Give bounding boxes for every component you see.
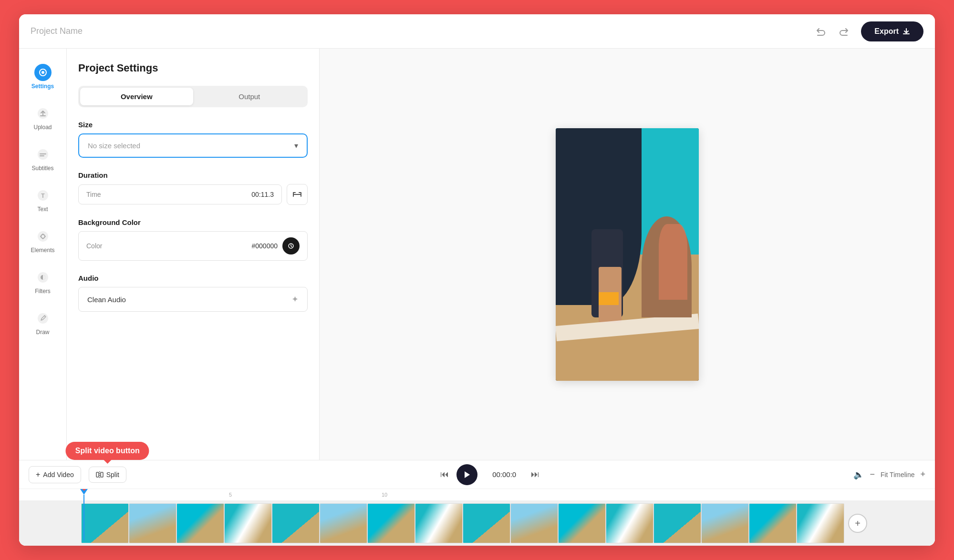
sidebar-item-subtitles[interactable]: Subtitles [24, 140, 62, 177]
split-button[interactable]: Split [89, 467, 126, 483]
size-placeholder: No size selected [88, 142, 140, 150]
thumb-4 [224, 503, 272, 543]
add-video-label: Add Video [43, 471, 73, 479]
project-name: Project Name [31, 26, 804, 36]
duration-field-label: Time [86, 191, 101, 198]
playhead-marker[interactable]: Playhead [80, 489, 88, 540]
expand-duration-button[interactable] [287, 184, 308, 205]
filters-label: Filters [35, 288, 51, 295]
surf-scene [556, 128, 699, 381]
subtitles-label: Subtitles [31, 165, 53, 172]
play-icon [464, 471, 470, 479]
video-preview [556, 128, 699, 381]
color-field: Color #000000 [78, 231, 308, 261]
export-button[interactable]: Export [861, 21, 923, 41]
audio-section: Audio Clean Audio ✦ [78, 274, 308, 312]
app-frame: Project Name Export [19, 14, 935, 546]
thumb-7 [367, 503, 415, 543]
play-button[interactable] [456, 464, 477, 485]
time-ruler: 5 10 [19, 489, 935, 500]
upload-label: Upload [33, 124, 52, 131]
undo-button[interactable] [811, 22, 830, 41]
draw-icon [34, 310, 52, 327]
thumb-9 [463, 503, 510, 543]
timeline-controls: + Add Video Split video button Split ⏮ [19, 460, 935, 489]
thumb-8 [415, 503, 463, 543]
tab-output[interactable]: Output [193, 88, 306, 105]
export-label: Export [874, 27, 899, 36]
duration-section: Duration Time 00:11.3 [78, 171, 308, 205]
duration-value: 00:11.3 [251, 191, 274, 198]
playback-controls: ⏮ 00:00:0 ⏭ [134, 464, 846, 485]
draw-label: Draw [36, 329, 49, 336]
sidebar: Settings Upload [19, 49, 67, 460]
filters-icon [34, 269, 52, 286]
bottom-bar: + Add Video Split video button Split ⏮ [19, 460, 935, 546]
split-btn-wrapper: Split video button Split [89, 467, 126, 483]
tick-5: 5 [229, 492, 232, 498]
svg-rect-4 [40, 153, 46, 154]
thumb-11 [558, 503, 606, 543]
audio-field[interactable]: Clean Audio ✦ [78, 287, 308, 312]
sparkle-icon: ✦ [291, 294, 299, 305]
timeline-track: Playhead 5 10 [19, 489, 935, 546]
timeline-right: 🔈 − Fit Timeline + [853, 469, 925, 480]
undo-redo-group [811, 22, 853, 41]
text-icon: T [34, 187, 52, 204]
thumbnails-strip: + [19, 500, 935, 546]
zoom-out-button[interactable]: − [870, 469, 875, 479]
color-value-row: #000000 [251, 237, 300, 255]
size-dropdown[interactable]: No size selected ▾ [78, 133, 308, 158]
sidebar-item-settings[interactable]: Settings [24, 58, 62, 95]
color-picker-button[interactable] [282, 237, 300, 255]
subtitles-icon [34, 146, 52, 163]
thumb-6 [320, 503, 367, 543]
audio-label: Audio [78, 274, 308, 282]
add-video-button[interactable]: + Add Video [29, 466, 81, 483]
sidebar-item-upload[interactable]: Upload [24, 99, 62, 136]
main-area: Settings Upload [19, 49, 935, 460]
chevron-down-icon: ▾ [294, 141, 298, 150]
panel-title: Project Settings [78, 62, 308, 74]
thumb-10 [510, 503, 558, 543]
svg-rect-14 [96, 472, 99, 477]
rewind-button[interactable]: ⏮ [440, 469, 449, 479]
sidebar-item-draw[interactable]: Draw [24, 304, 62, 341]
fast-forward-button[interactable]: ⏭ [531, 469, 539, 479]
tab-overview[interactable]: Overview [80, 88, 193, 105]
settings-icon [34, 64, 52, 81]
sidebar-item-elements[interactable]: Elements [24, 222, 62, 259]
thumb-15 [749, 503, 797, 543]
size-section: Size No size selected ▾ [78, 121, 308, 158]
preview-area [320, 49, 935, 460]
elements-icon [34, 228, 52, 245]
split-label: Split [106, 471, 119, 479]
zoom-in-button[interactable]: + [920, 469, 925, 479]
tab-bar: Overview Output [78, 86, 308, 107]
svg-rect-8 [38, 231, 48, 242]
redo-button[interactable] [834, 22, 853, 41]
person-bg [659, 224, 687, 300]
settings-label: Settings [31, 83, 54, 90]
color-hex-value: #000000 [251, 242, 278, 250]
svg-rect-12 [38, 313, 48, 324]
tick-10: 10 [382, 492, 387, 498]
sidebar-item-text[interactable]: T Text [24, 181, 62, 218]
upload-icon [34, 105, 52, 122]
thumb-2 [129, 503, 176, 543]
playhead-line [83, 495, 84, 540]
thumb-12 [606, 503, 653, 543]
svg-text:T: T [41, 193, 45, 199]
thumb-13 [653, 503, 701, 543]
background-color-section: Background Color Color #000000 [78, 218, 308, 261]
svg-point-1 [41, 71, 44, 74]
sidebar-item-filters[interactable]: Filters [24, 263, 62, 300]
color-field-label: Color [86, 242, 102, 250]
top-bar: Project Name Export [19, 14, 935, 49]
clean-audio-label: Clean Audio [87, 295, 126, 304]
add-clip-button[interactable]: + [848, 514, 867, 533]
duration-label: Duration [78, 171, 308, 179]
plus-icon: + [36, 470, 40, 479]
timecode: 00:00:0 [485, 470, 523, 479]
thumb-14 [701, 503, 749, 543]
